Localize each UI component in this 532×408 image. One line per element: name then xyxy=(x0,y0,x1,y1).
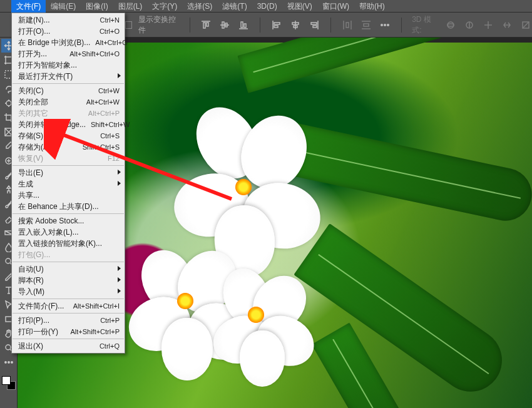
menu-item-label: 存储为(A)... xyxy=(18,142,78,153)
distribute-v-icon[interactable] xyxy=(360,18,372,32)
file-menu-item[interactable]: 打印(P)...Ctrl+P xyxy=(12,315,125,326)
file-menu-item[interactable]: 共享... xyxy=(12,190,125,201)
svg-rect-7 xyxy=(6,57,12,63)
file-menu-item[interactable]: 最近打开文件(T) xyxy=(12,71,125,82)
menu-w[interactable]: 窗口(W) xyxy=(317,0,354,13)
menu-item-label: 打开为智能对象... xyxy=(18,60,120,71)
3d-roll-icon[interactable] xyxy=(463,18,476,32)
3d-orbit-icon[interactable] xyxy=(444,18,457,32)
more-align-icon[interactable] xyxy=(379,18,391,32)
menu-item-label: 退出(X) xyxy=(18,341,95,352)
file-menu-item[interactable]: 搜索 Adobe Stock... xyxy=(12,215,125,227)
menu-item-label: 存储(S) xyxy=(18,131,95,141)
menu-item-shortcut: Shift+Ctrl+W xyxy=(91,121,130,128)
file-menu-item[interactable]: 在 Behance 上共享(D)... xyxy=(12,201,125,212)
menu-item-label: 自动(U) xyxy=(18,264,120,275)
menu-item-label: 恢复(V) xyxy=(18,153,103,164)
submenu-arrow-icon xyxy=(118,277,121,282)
align-bottom-edges-icon[interactable] xyxy=(237,18,250,32)
separator xyxy=(401,18,402,33)
menu-item-shortcut: Ctrl+Q xyxy=(100,342,120,350)
file-menu-item[interactable]: 关闭并转到 Bridge...Shift+Ctrl+W xyxy=(12,119,125,130)
file-menu-item[interactable]: 打印一份(Y)Alt+Shift+Ctrl+P xyxy=(12,326,125,337)
file-menu-item[interactable]: 置入嵌入对象(L)... xyxy=(12,227,125,238)
menu-l[interactable]: 图层(L) xyxy=(113,0,148,13)
menu-item-label: 关闭全部 xyxy=(18,97,81,108)
menu-item-shortcut: Ctrl+O xyxy=(100,28,120,35)
submenu-arrow-icon xyxy=(118,170,121,175)
menu-item-shortcut: Ctrl+N xyxy=(100,16,120,24)
show-transform-checkbox[interactable] xyxy=(125,21,132,29)
color-swatch[interactable] xyxy=(2,376,16,390)
menu-item-label: 在 Behance 上共享(D)... xyxy=(18,201,120,212)
align-top-edges-icon[interactable] xyxy=(200,18,212,32)
menu-item-shortcut: Ctrl+P xyxy=(100,317,120,324)
file-menu-item[interactable]: 导入(M) xyxy=(12,286,125,297)
menu-item-label: 最近打开文件(T) xyxy=(18,71,120,82)
3d-scale-icon[interactable] xyxy=(519,18,532,32)
align-hcenter-icon[interactable] xyxy=(289,18,302,32)
file-menu-item[interactable]: 生成 xyxy=(12,178,125,190)
menu-item-label: 打印(P)... xyxy=(18,315,95,326)
file-menu-item[interactable]: 退出(X)Ctrl+Q xyxy=(12,340,125,352)
file-menu-item[interactable]: 关闭(C)Ctrl+W xyxy=(12,85,125,96)
submenu-arrow-icon xyxy=(118,288,121,293)
menu-item-shortcut: Alt+Ctrl+P xyxy=(88,110,120,117)
file-menu-item[interactable]: 文件简介(F)...Alt+Shift+Ctrl+I xyxy=(12,300,125,312)
svg-point-17 xyxy=(8,362,9,363)
file-menu-item[interactable]: 打开为...Alt+Shift+Ctrl+O xyxy=(12,48,125,59)
separator xyxy=(330,18,331,33)
align-vcenter-icon[interactable] xyxy=(218,18,231,32)
menu-item-shortcut: Ctrl+S xyxy=(100,132,120,140)
file-menu-item[interactable]: 自动(U) xyxy=(12,263,125,275)
menu-h[interactable]: 帮助(H) xyxy=(354,0,390,13)
align-left-edges-icon[interactable] xyxy=(270,18,283,32)
submenu-arrow-icon xyxy=(118,266,121,271)
menu-item-label: 生成 xyxy=(18,179,120,190)
menubar: 文件(F)编辑(E)图像(I)图层(L)文字(Y)选择(S)滤镜(T)3D(D)… xyxy=(0,0,532,13)
menu-item-label: 打开为... xyxy=(18,49,64,59)
file-menu-item[interactable]: 存储(S)Ctrl+S xyxy=(12,130,125,141)
menu-3dd[interactable]: 3D(D) xyxy=(252,0,282,13)
file-menu-item[interactable]: 打开为智能对象... xyxy=(12,59,125,71)
file-menu-item[interactable]: 存储为(A)...Shift+Ctrl+S xyxy=(12,141,125,153)
svg-point-0 xyxy=(381,24,383,26)
svg-point-15 xyxy=(6,345,11,350)
menu-s[interactable]: 选择(S) xyxy=(182,0,217,13)
mode-3d-label: 3D 模式: xyxy=(412,14,438,36)
svg-point-13 xyxy=(6,258,11,263)
svg-point-2 xyxy=(387,24,389,26)
menu-f[interactable]: 文件(F) xyxy=(11,0,46,13)
menu-t[interactable]: 滤镜(T) xyxy=(217,0,252,13)
file-menu-item: 打包(G)... xyxy=(12,249,125,260)
file-menu-item[interactable]: 在 Bridge 中浏览(B)...Alt+Ctrl+O xyxy=(12,37,125,48)
file-menu-item[interactable]: 关闭全部Alt+Ctrl+W xyxy=(12,96,125,108)
menu-v[interactable]: 视图(V) xyxy=(282,0,317,13)
3d-pan-icon[interactable] xyxy=(482,18,494,32)
file-menu-item: 恢复(V)F12 xyxy=(12,153,125,164)
file-menu-item[interactable]: 新建(N)...Ctrl+N xyxy=(12,14,125,26)
menu-item-label: 打包(G)... xyxy=(18,250,120,260)
menu-item-label: 文件简介(F)... xyxy=(18,301,68,312)
menu-item-label: 置入嵌入对象(L)... xyxy=(18,227,120,238)
menu-item-label: 新建(N)... xyxy=(18,15,95,26)
menu-e[interactable]: 编辑(E) xyxy=(46,0,81,13)
submenu-arrow-icon xyxy=(118,73,121,78)
distribute-h-icon[interactable] xyxy=(341,18,354,32)
menu-item-label: 关闭其它 xyxy=(18,108,83,119)
file-menu-item[interactable]: 打开(O)...Ctrl+O xyxy=(12,26,125,37)
menu-i[interactable]: 图像(I) xyxy=(81,0,113,13)
svg-point-9 xyxy=(6,101,11,106)
menu-item-label: 在 Bridge 中浏览(B)... xyxy=(18,38,90,48)
svg-rect-14 xyxy=(6,317,12,322)
menu-y[interactable]: 文字(Y) xyxy=(147,0,182,13)
submenu-arrow-icon xyxy=(118,181,121,186)
file-menu-item[interactable]: 导出(E) xyxy=(12,167,125,178)
tool-edit-toolbar[interactable] xyxy=(1,355,16,369)
menu-item-label: 关闭(C) xyxy=(18,86,93,96)
menu-item-shortcut: Shift+Ctrl+S xyxy=(83,143,120,151)
file-menu-item[interactable]: 脚本(R) xyxy=(12,275,125,286)
align-right-edges-icon[interactable] xyxy=(308,18,320,32)
3d-slide-icon[interactable] xyxy=(501,18,513,32)
file-menu-item[interactable]: 置入链接的智能对象(K)... xyxy=(12,238,125,249)
